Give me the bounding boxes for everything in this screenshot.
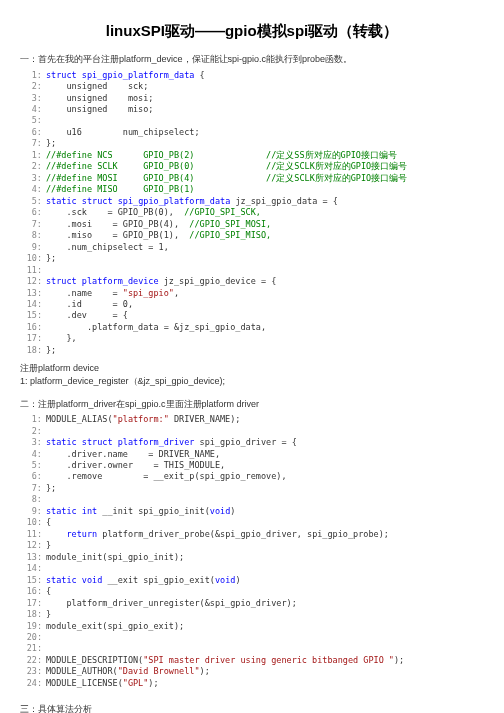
code-line: 11: xyxy=(20,265,484,276)
code-line: 13:module_init(spi_gpio_init); xyxy=(20,552,484,563)
code-line: 4: .driver.name = DRIVER_NAME, xyxy=(20,449,484,460)
intro-2: 二：注册platform_driver在spi_gpio.c里面注册platfo… xyxy=(20,398,484,411)
code-line: 15:static void __exit spi_gpio_exit(void… xyxy=(20,575,484,586)
code-line: 4://#define MISO GPIO_PB(1) xyxy=(20,184,484,195)
code-line: 17: }, xyxy=(20,333,484,344)
code-line: 8: .miso = GPIO_PB(1), //GPIO_SPI_MISO, xyxy=(20,230,484,241)
code-line: 1:struct spi_gpio_platform_data { xyxy=(20,70,484,81)
page-title: linuxSPI驱动——gpio模拟spi驱动（转载） xyxy=(20,20,484,41)
code-line: 21: xyxy=(20,643,484,654)
code-line: 19:module_exit(spi_gpio_exit); xyxy=(20,621,484,632)
code-line: 16: .platform_data = &jz_spi_gpio_data, xyxy=(20,322,484,333)
register-heading: 注册platform device xyxy=(20,362,484,375)
code-line: 10:}; xyxy=(20,253,484,264)
code-line: 8: xyxy=(20,494,484,505)
code-line: 13: .name = "spi_gpio", xyxy=(20,288,484,299)
code-line: 3: unsigned mosi; xyxy=(20,93,484,104)
code-line: 6: .sck = GPIO_PB(0), //GPIO_SPI_SCK, xyxy=(20,207,484,218)
code-line: 7: .mosi = GPIO_PB(4), //GPIO_SPI_MOSI, xyxy=(20,219,484,230)
code-line: 1://#define NCS GPIO_PB(2) //定义SS所对应的GPI… xyxy=(20,150,484,161)
code-line: 7:}; xyxy=(20,138,484,149)
code-line: 2://#define SCLK GPIO_PB(0) //定义SCLK所对应的… xyxy=(20,161,484,172)
code-line: 23:MODULE_AUTHOR("David Brownell"); xyxy=(20,666,484,677)
code-line: 14: xyxy=(20,563,484,574)
code-line: 6: .remove = __exit_p(spi_gpio_remove), xyxy=(20,471,484,482)
code-line: 14: .id = 0, xyxy=(20,299,484,310)
code-line: 12:} xyxy=(20,540,484,551)
code-block-1: 1:struct spi_gpio_platform_data {2: unsi… xyxy=(20,70,484,357)
code-line: 5:static struct spi_gpio_platform_data j… xyxy=(20,196,484,207)
code-line: 9: .num_chipselect = 1, xyxy=(20,242,484,253)
code-block-2: 1:MODULE_ALIAS("platform:" DRIVER_NAME);… xyxy=(20,414,484,689)
intro-1: 一：首先在我的平台注册platform_device，保证能让spi-gpio.… xyxy=(20,53,484,66)
code-line: 22:MODULE_DESCRIPTION("SPI master driver… xyxy=(20,655,484,666)
register-line: 1: platform_device_register（&jz_spi_gpio… xyxy=(20,375,484,388)
code-line: 6: u16 num_chipselect; xyxy=(20,127,484,138)
code-line: 11: return platform_driver_probe(&spi_gp… xyxy=(20,529,484,540)
code-line: 24:MODULE_LICENSE("GPL"); xyxy=(20,678,484,689)
code-line: 5: .driver.owner = THIS_MODULE, xyxy=(20,460,484,471)
code-line: 20: xyxy=(20,632,484,643)
intro-3: 三：具体算法分析 xyxy=(20,703,484,713)
code-line: 18:} xyxy=(20,609,484,620)
code-line: 12:struct platform_device jz_spi_gpio_de… xyxy=(20,276,484,287)
code-line: 5: xyxy=(20,115,484,126)
code-line: 16:{ xyxy=(20,586,484,597)
code-line: 10:{ xyxy=(20,517,484,528)
code-line: 7:}; xyxy=(20,483,484,494)
code-line: 1:MODULE_ALIAS("platform:" DRIVER_NAME); xyxy=(20,414,484,425)
code-line: 18:}; xyxy=(20,345,484,356)
code-line: 15: .dev = { xyxy=(20,310,484,321)
code-line: 3:static struct platform_driver spi_gpio… xyxy=(20,437,484,448)
code-line: 2: xyxy=(20,426,484,437)
code-line: 2: unsigned sck; xyxy=(20,81,484,92)
code-line: 9:static int __init spi_gpio_init(void) xyxy=(20,506,484,517)
code-line: 17: platform_driver_unregister(&spi_gpio… xyxy=(20,598,484,609)
code-line: 4: unsigned miso; xyxy=(20,104,484,115)
code-line: 3://#define MOSI GPIO_PB(4) //定义SCLK所对应的… xyxy=(20,173,484,184)
